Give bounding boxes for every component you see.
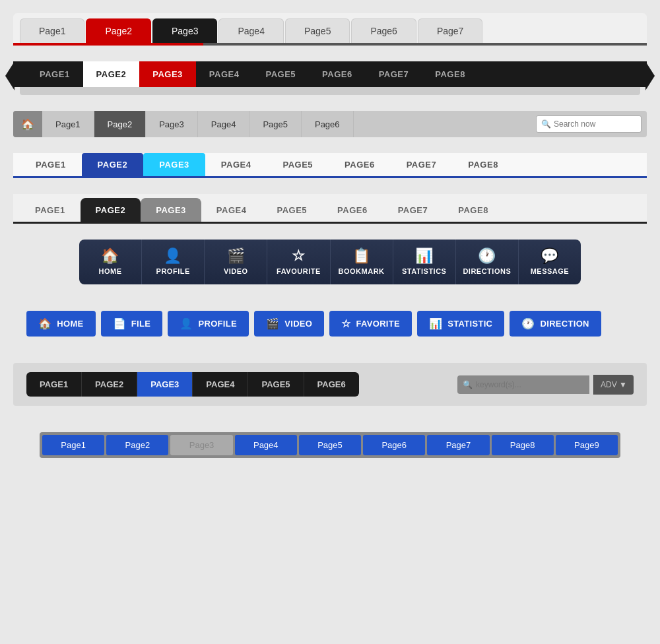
nav1-section: Page1 Page2 Page3 Page4 Page5 Page6 Page… xyxy=(13,13,647,46)
nav7-btn-file-label: FILE xyxy=(131,319,150,329)
nav3-bar: 🏠 Page1 Page2 Page3 Page4 Page5 Page6 🔍 xyxy=(13,111,647,137)
nav1-tab-page2[interactable]: Page2 xyxy=(86,18,150,43)
direction-icon: 🕐 xyxy=(521,317,535,330)
nav8-tab-page1[interactable]: PAGE1 xyxy=(26,372,82,397)
nav3-search-wrapper: 🔍 xyxy=(536,115,642,133)
nav5-tab-page2[interactable]: PAGE2 xyxy=(81,198,141,222)
home-icon: 🏠 xyxy=(101,249,119,263)
nav5-tab-page5[interactable]: PAGE5 xyxy=(261,198,322,222)
nav9-tab-page1[interactable]: Page1 xyxy=(42,435,104,455)
nav3-tab-page4[interactable]: Page4 xyxy=(198,111,250,137)
nav7-btn-direction[interactable]: 🕐 DIRECTION xyxy=(510,311,601,337)
nav9-tab-page3[interactable]: Page3 xyxy=(170,435,232,455)
nav8-bar: PAGE1 PAGE2 PAGE3 PAGE4 PAGE5 PAGE6 🔍 AD… xyxy=(26,372,634,397)
nav3-tab-page3[interactable]: Page3 xyxy=(146,111,198,137)
nav9-tab-page6[interactable]: Page6 xyxy=(363,435,425,455)
nav7-btn-profile[interactable]: 👤 PROFILE xyxy=(168,311,249,337)
nav5-tab-page6[interactable]: PAGE6 xyxy=(322,198,383,222)
nav7-btn-statistic-label: STATISTIC xyxy=(447,319,492,329)
nav1-tab-page7[interactable]: Page7 xyxy=(418,18,482,43)
nav6-btn-favourite[interactable]: ☆ FAVOURITE xyxy=(267,240,330,284)
nav6-btn-profile[interactable]: 👤 PROFILE xyxy=(142,240,205,284)
nav3-tab-page5[interactable]: Page5 xyxy=(249,111,302,137)
nav3-tab-page6[interactable]: Page6 xyxy=(302,111,354,137)
nav7-btn-favorite-label: FAVORITE xyxy=(356,319,400,329)
nav8-adv-button[interactable]: ADV ▼ xyxy=(593,375,634,395)
nav4-tab-page3[interactable]: PAGE3 xyxy=(143,153,205,176)
nav6-btn-message[interactable]: 💬 MESSAGE xyxy=(519,240,581,284)
nav4-tab-page2[interactable]: PAGE2 xyxy=(82,153,144,176)
nav6-section: 🏠 HOME 👤 PROFILE 🎬 VIDEO ☆ FAVOURITE 📋 B… xyxy=(79,240,581,284)
nav6-btn-directions[interactable]: 🕐 DIRECTIONS xyxy=(456,240,519,284)
nav9-tab-page4[interactable]: Page4 xyxy=(235,435,297,455)
nav1-tab-page6[interactable]: Page6 xyxy=(351,18,416,43)
nav4-tab-page6[interactable]: PAGE6 xyxy=(329,153,391,176)
nav6-iconbar: 🏠 HOME 👤 PROFILE 🎬 VIDEO ☆ FAVOURITE 📋 B… xyxy=(79,240,581,284)
nav2-tab-page6[interactable]: PAGE6 xyxy=(309,61,366,87)
nav5-tab-page8[interactable]: PAGE8 xyxy=(443,198,504,222)
nav2-shadow xyxy=(20,87,640,95)
nav4-tab-page4[interactable]: PAGE4 xyxy=(205,153,267,176)
nav6-btn-home[interactable]: 🏠 HOME xyxy=(79,240,142,284)
nav2-tab-page5[interactable]: PAGE5 xyxy=(252,61,309,87)
nav4-tab-page5[interactable]: PAGE5 xyxy=(267,153,329,176)
nav8-search-area: 🔍 ADV ▼ xyxy=(457,375,634,395)
nav9-section: Page1 Page2 Page3 Page4 Page5 Page6 Page… xyxy=(13,422,647,468)
nav6-btn-video[interactable]: 🎬 VIDEO xyxy=(205,240,267,284)
nav5-tab-page4[interactable]: PAGE4 xyxy=(201,198,262,222)
nav7-btn-statistic[interactable]: 📊 STATISTIC xyxy=(417,311,504,337)
nav2-tab-page2[interactable]: PAGE2 xyxy=(83,61,140,87)
nav9-tab-page2[interactable]: Page2 xyxy=(106,435,168,455)
nav8-section: PAGE1 PAGE2 PAGE3 PAGE4 PAGE5 PAGE6 🔍 AD… xyxy=(13,363,647,406)
nav1-tab-page3[interactable]: Page3 xyxy=(152,18,217,43)
nav8-search-input[interactable] xyxy=(457,375,589,394)
nav1-tab-page4[interactable]: Page4 xyxy=(218,18,283,43)
nav7-btn-file[interactable]: 📄 FILE xyxy=(101,311,163,337)
video-icon: 🎬 xyxy=(227,249,246,263)
directions-icon: 🕐 xyxy=(478,249,496,263)
nav6-btn-directions-label: DIRECTIONS xyxy=(463,267,511,275)
nav6-btn-statistics-label: STATISTICS xyxy=(402,267,447,275)
nav4-tabbar: PAGE1 PAGE2 PAGE3 PAGE4 PAGE5 PAGE6 PAGE… xyxy=(13,153,647,178)
nav5-tab-page7[interactable]: PAGE7 xyxy=(383,198,444,222)
nav9-tab-page7[interactable]: Page7 xyxy=(427,435,489,455)
nav3-tab-page1[interactable]: Page1 xyxy=(42,111,94,137)
nav7-btn-profile-label: PROFILE xyxy=(199,319,237,329)
nav2-tab-page8[interactable]: PAGE8 xyxy=(422,61,478,87)
nav8-tab-page6[interactable]: PAGE6 xyxy=(304,372,359,397)
nav7-section: 🏠 HOME 📄 FILE 👤 PROFILE 🎬 VIDEO ☆ FAVORI… xyxy=(13,300,647,347)
nav7-btn-video[interactable]: 🎬 VIDEO xyxy=(254,311,324,337)
nav4-section: PAGE1 PAGE2 PAGE3 PAGE4 PAGE5 PAGE6 PAGE… xyxy=(13,153,647,178)
nav5-tab-page1[interactable]: PAGE1 xyxy=(20,198,81,222)
nav4-tab-page8[interactable]: PAGE8 xyxy=(452,153,514,176)
nav3-search-input[interactable] xyxy=(536,115,642,133)
nav4-tab-page7[interactable]: PAGE7 xyxy=(391,153,453,176)
nav7-btn-home[interactable]: 🏠 HOME xyxy=(26,311,96,337)
nav6-btn-statistics[interactable]: 📊 STATISTICS xyxy=(393,240,456,284)
nav2-tab-page3[interactable]: PAGE3 xyxy=(139,61,196,87)
nav5-tab-page3[interactable]: PAGE3 xyxy=(141,198,201,222)
favourite-icon: ☆ xyxy=(292,249,306,263)
nav9-tab-page9[interactable]: Page9 xyxy=(556,435,618,455)
nav8-tab-page5[interactable]: PAGE5 xyxy=(248,372,304,397)
nav1-tab-page5[interactable]: Page5 xyxy=(285,18,350,43)
nav7-btnbar: 🏠 HOME 📄 FILE 👤 PROFILE 🎬 VIDEO ☆ FAVORI… xyxy=(26,311,634,337)
nav8-tab-page3[interactable]: PAGE3 xyxy=(137,372,193,397)
nav6-btn-favourite-label: FAVOURITE xyxy=(277,267,321,275)
nav2-tab-page4[interactable]: PAGE4 xyxy=(196,61,253,87)
nav1-tab-page1[interactable]: Page1 xyxy=(20,18,84,43)
nav8-tab-page2[interactable]: PAGE2 xyxy=(82,372,137,397)
search-icon: 🔍 xyxy=(463,380,473,389)
nav3-tab-page2[interactable]: Page2 xyxy=(94,111,147,137)
nav9-tab-page8[interactable]: Page8 xyxy=(492,435,554,455)
nav8-tab-page4[interactable]: PAGE4 xyxy=(193,372,248,397)
nav3-section: 🏠 Page1 Page2 Page3 Page4 Page5 Page6 🔍 xyxy=(13,111,647,137)
nav7-btn-favorite[interactable]: ☆ FAVORITE xyxy=(329,311,412,337)
nav3-search-area: 🔍 xyxy=(536,115,647,133)
nav6-btn-bookmark[interactable]: 📋 BOOKMARK xyxy=(331,240,393,284)
nav4-tab-page1[interactable]: PAGE1 xyxy=(20,153,82,176)
nav2-tab-page1[interactable]: PAGE1 xyxy=(26,61,83,87)
nav2-tab-page7[interactable]: PAGE7 xyxy=(366,61,422,87)
nav3-home-button[interactable]: 🏠 xyxy=(13,111,42,137)
nav9-tab-page5[interactable]: Page5 xyxy=(299,435,361,455)
